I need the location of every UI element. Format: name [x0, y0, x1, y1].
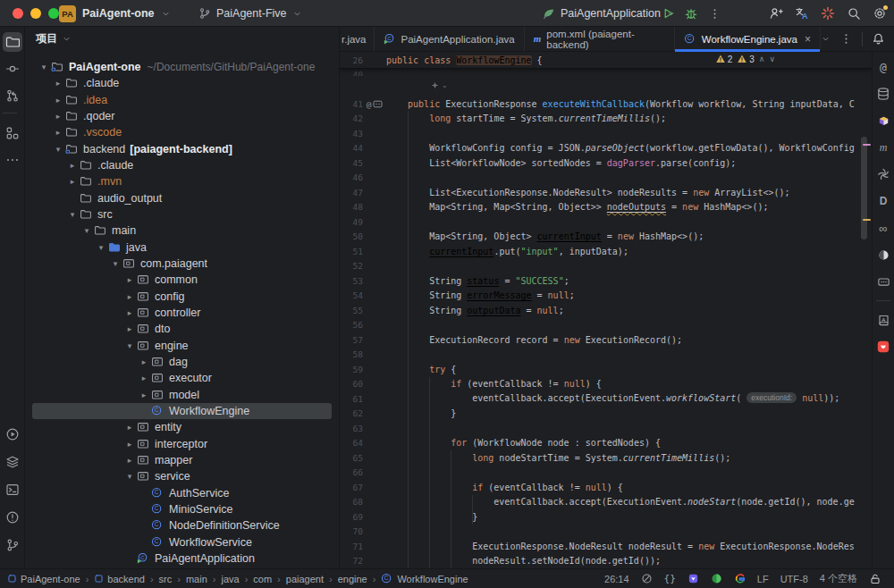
next-problem-icon[interactable]: ∨ [769, 55, 775, 63]
tree-item-audio-output[interactable]: audio_output [32, 190, 332, 206]
tree-item-entity[interactable]: ▸entity [32, 419, 332, 435]
file-encoding[interactable]: UTF-8 [780, 574, 808, 584]
services-icon[interactable] [3, 452, 22, 472]
breadcrumb-item-engine[interactable]: engine [338, 574, 367, 584]
search-icon[interactable] [847, 6, 861, 21]
tree-closed-chevron-icon[interactable]: ▸ [52, 112, 64, 121]
greenc-icon[interactable] [711, 573, 722, 584]
more-actions-icon[interactable] [704, 3, 725, 24]
tree-open-chevron-icon[interactable]: ▾ [52, 145, 64, 154]
close-window-button[interactable] [13, 8, 23, 19]
tree-item-com-paiagent[interactable]: ▾com.paiagent [32, 256, 332, 272]
tree-closed-chevron-icon[interactable]: ▸ [138, 357, 150, 366]
tree-closed-chevron-icon[interactable]: ▸ [52, 128, 64, 137]
breadcrumb-item-java[interactable]: java [221, 574, 239, 584]
inspections-widget[interactable]: 23∧∨ [715, 54, 775, 64]
run-icon[interactable] [3, 424, 22, 444]
run-configuration-selector[interactable]: PaiAgentApplication [542, 0, 676, 27]
tree-open-chevron-icon[interactable]: ▾ [109, 259, 122, 268]
tree-open-chevron-icon[interactable]: ▾ [38, 63, 50, 71]
tree-item--vscode[interactable]: ▸.vscode [32, 124, 332, 140]
tree-closed-chevron-icon[interactable]: ▸ [52, 96, 64, 105]
tree-item-mapper[interactable]: ▸mapper [32, 452, 332, 468]
book-icon[interactable]: A [874, 311, 892, 329]
warning-count[interactable]: 2 [715, 54, 733, 64]
tree-item-minioservice[interactable]: CMinioService [32, 501, 332, 517]
tree-closed-chevron-icon[interactable]: ▸ [138, 391, 150, 399]
tree-item-paiagentapplication[interactable]: CPaiAgentApplication [32, 550, 332, 567]
tree-item--qoder[interactable]: ▸.qoder [32, 108, 332, 124]
tree-item--mvn[interactable]: ▸.mvn [32, 173, 332, 189]
editor-scrollbar[interactable] [861, 137, 867, 239]
burst-icon[interactable] [821, 6, 835, 21]
tree-closed-chevron-icon[interactable]: ▸ [66, 177, 79, 186]
problems-icon[interactable] [3, 508, 22, 527]
tree-closed-chevron-icon[interactable]: ▸ [123, 308, 136, 317]
shield-icon[interactable] [687, 573, 699, 584]
tab-workflowengine-java[interactable]: CWorkflowEngine.java× [675, 27, 821, 51]
tree-closed-chevron-icon[interactable]: ▸ [52, 79, 64, 88]
breadcrumb-item-workflowengine[interactable]: CWorkflowEngine [381, 573, 468, 585]
tree-closed-chevron-icon[interactable]: ▸ [138, 374, 150, 382]
letterd-icon[interactable]: D [874, 192, 892, 210]
terminal-icon[interactable] [3, 480, 22, 500]
tree-item-workflowengine[interactable]: CWorkflowEngine [32, 403, 332, 419]
pullreq-icon[interactable] [3, 86, 22, 105]
database-icon[interactable] [874, 85, 892, 103]
tree-item-controller[interactable]: ▸controller [32, 305, 332, 321]
caret-position[interactable]: 26:14 [604, 574, 629, 584]
tree-item-dto[interactable]: ▸dto [32, 321, 332, 337]
tree-item-interceptor[interactable]: ▸interceptor [32, 436, 332, 452]
translate-icon[interactable]: A [795, 6, 809, 21]
cube-icon[interactable] [874, 112, 892, 130]
commit-icon[interactable] [3, 59, 22, 79]
debug-button[interactable] [680, 3, 702, 24]
tree-item-main[interactable]: ▾main [32, 223, 332, 239]
tab-paiagentapplication-java[interactable]: CPaiAgentApplication.java [375, 27, 525, 51]
line-ending[interactable]: LF [757, 574, 769, 584]
tree-item-nodedefinitionservice[interactable]: CNodeDefinitionService [32, 517, 332, 533]
stripe-mark[interactable] [863, 219, 871, 221]
more-icon[interactable] [3, 150, 22, 170]
annotation-gutter-icon[interactable]: @ [367, 99, 372, 109]
breadcrumb-item-src[interactable]: src [159, 574, 173, 584]
card-icon[interactable] [874, 273, 892, 290]
chevron-down-icon[interactable] [821, 34, 831, 44]
project-icon[interactable] [3, 32, 22, 52]
close-tab-icon[interactable]: × [805, 33, 811, 46]
breadcrumb-item-main[interactable]: main [186, 574, 207, 584]
tree-item-authservice[interactable]: CAuthService [32, 485, 332, 501]
knot-icon[interactable]: ∞ [874, 219, 892, 237]
tree-closed-chevron-icon[interactable]: ▸ [123, 456, 136, 465]
tree-item-model[interactable]: ▸model [32, 387, 332, 403]
maven-m-icon[interactable]: m [874, 139, 892, 156]
tree-item-java[interactable]: ▾java [32, 239, 332, 256]
tree-open-chevron-icon[interactable]: ▾ [123, 341, 136, 350]
add-user-icon[interactable] [769, 6, 783, 21]
breadcrumb-item-backend[interactable]: backend [94, 574, 145, 584]
zoom-window-button[interactable] [48, 8, 59, 19]
tree-open-chevron-icon[interactable]: ▾ [95, 243, 107, 252]
swirl-icon[interactable] [874, 165, 892, 183]
breadcrumb-item-paiagent[interactable]: paiagent [286, 574, 324, 584]
google-icon[interactable] [734, 573, 746, 584]
structure-icon[interactable] [3, 123, 22, 143]
tree-item-dag[interactable]: ▸dag [32, 354, 332, 370]
project-switcher[interactable]: PA PaiAgent-one [59, 0, 171, 27]
tree-item-config[interactable]: ▸config [32, 289, 332, 305]
tree-item-paiagent-one[interactable]: ▾PaiAgent-one~/Documents/GitHub/PaiAgent… [32, 59, 332, 75]
tree-item-service[interactable]: ▾service [32, 468, 332, 484]
unlock-icon[interactable] [869, 573, 881, 585]
tree-item-backend[interactable]: ▾backend[paiagent-backend] [32, 141, 332, 157]
project-panel-header[interactable]: 项目 [25, 27, 339, 50]
settings-icon[interactable] [873, 6, 887, 21]
tree-item--idea[interactable]: ▸.idea [32, 92, 332, 108]
run-button[interactable] [657, 3, 679, 24]
reader-icon[interactable] [641, 573, 653, 584]
tree-closed-chevron-icon[interactable]: ▸ [123, 440, 136, 449]
minimize-window-button[interactable] [30, 8, 41, 19]
tree-closed-chevron-icon[interactable]: ▸ [66, 161, 79, 170]
indent-setting[interactable]: 4 个空格 [820, 572, 857, 585]
tree-closed-chevron-icon[interactable]: ▸ [123, 423, 136, 432]
tree-open-chevron-icon[interactable]: ▾ [66, 210, 79, 219]
